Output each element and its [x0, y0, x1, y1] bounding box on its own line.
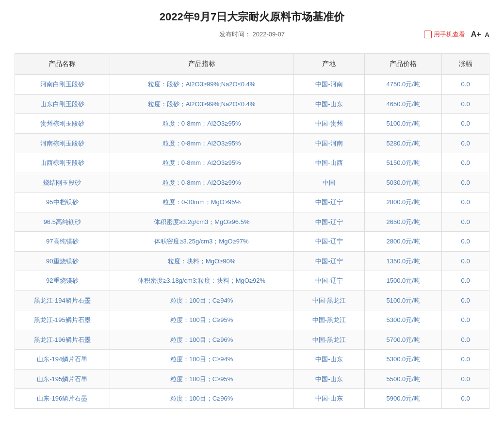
cell-origin: 中国-山西: [293, 153, 365, 173]
cell-spec: 粒度：0-8mm；Al2O3≥95%: [110, 153, 293, 173]
cell-origin: 中国: [293, 173, 365, 193]
cell-origin: 中国-辽宁: [293, 271, 365, 291]
cell-origin: 中国-河南: [293, 133, 365, 153]
font-size-increase-button[interactable]: A+: [471, 30, 481, 39]
cell-origin: 中国-贵州: [293, 114, 365, 134]
cell-name: 92重烧镁砂: [15, 271, 110, 291]
cell-spec: 粒度：段砂；Al2O3≥99%;Na2O≤0.4%: [110, 75, 293, 95]
cell-price: 5100.0元/吨: [365, 290, 442, 310]
cell-price: 5100.0元/吨: [365, 114, 442, 134]
cell-change: 0.0: [442, 389, 489, 409]
table-row: 90重烧镁砂粒度：块料；MgO≥90%中国-辽宁1350.0元/吨0.0: [15, 251, 489, 271]
cell-origin: 中国-辽宁: [293, 193, 365, 212]
cell-spec: 粒度：段砂；Al2O3≥99%;Na2O≤0.4%: [110, 94, 293, 114]
price-table: 产品名称 产品指标 产地 产品价格 涨幅 河南白刚玉段砂粒度：段砂；Al2O3≥…: [15, 53, 489, 409]
cell-name: 河南白刚玉段砂: [15, 75, 110, 95]
cell-spec: 体积密度≥3.18g/cm3;粒度：块料；MgO≥92%: [110, 271, 293, 291]
cell-name: 烧结刚玉段砂: [15, 173, 110, 193]
table-row: 山东-196鳞片石墨粒度：100目；C≥96%中国-山东5900.0元/吨0.0: [15, 389, 489, 409]
cell-name: 97高纯镁砂: [15, 232, 110, 252]
right-actions: 用手机查看 A+ A: [424, 30, 489, 39]
cell-name: 黑龙江-195鳞片石墨: [15, 310, 110, 330]
table-row: 山东-194鳞片石墨粒度：100目；C≥94%中国-山东5300.0元/吨0.0: [15, 350, 489, 370]
cell-price: 2650.0元/吨: [365, 212, 442, 232]
cell-price: 5150.0元/吨: [365, 153, 442, 173]
cell-spec: 粒度：100目；C≥94%: [110, 290, 293, 310]
cell-change: 0.0: [442, 369, 489, 389]
cell-spec: 粒度：块料；MgO≥90%: [110, 251, 293, 271]
table-row: 河南白刚玉段砂粒度：段砂；Al2O3≥99%;Na2O≤0.4%中国-河南475…: [15, 75, 489, 95]
cell-change: 0.0: [442, 350, 489, 370]
cell-name: 黑龙江-196鳞片石墨: [15, 330, 110, 350]
cell-price: 5900.0元/吨: [365, 389, 442, 409]
table-row: 92重烧镁砂体积密度≥3.18g/cm3;粒度：块料；MgO≥92%中国-辽宁1…: [15, 271, 489, 291]
cell-name: 山西棕刚玉段砂: [15, 153, 110, 173]
cell-name: 95中档镁砂: [15, 193, 110, 212]
cell-spec: 体积密度≥3.2g/cm3；MgO≥96.5%: [110, 212, 293, 232]
cell-price: 2800.0元/吨: [365, 193, 442, 212]
cell-spec: 粒度：100目；C≥96%: [110, 389, 293, 409]
mobile-view-button[interactable]: 用手机查看: [424, 30, 465, 39]
cell-spec: 粒度：0-8mm；Al2O3≥99%: [110, 173, 293, 193]
font-size-decrease-button[interactable]: A: [485, 31, 489, 38]
cell-change: 0.0: [442, 153, 489, 173]
cell-origin: 中国-黑龙江: [293, 310, 365, 330]
col-header-origin: 产地: [293, 54, 365, 75]
cell-spec: 粒度：100目；C≥95%: [110, 369, 293, 389]
cell-price: 5500.0元/吨: [365, 369, 442, 389]
col-header-change: 涨幅: [442, 54, 489, 75]
cell-origin: 中国-辽宁: [293, 232, 365, 252]
cell-name: 96.5高纯镁砂: [15, 212, 110, 232]
cell-name: 贵州棕刚玉段砂: [15, 114, 110, 134]
cell-origin: 中国-山东: [293, 350, 365, 370]
cell-name: 河南棕刚玉段砂: [15, 133, 110, 153]
cell-name: 山东-194鳞片石墨: [15, 350, 110, 370]
table-header-row: 产品名称 产品指标 产地 产品价格 涨幅: [15, 54, 489, 75]
publish-time: 发布时间： 2022-09-07: [219, 30, 285, 39]
cell-change: 0.0: [442, 330, 489, 350]
cell-spec: 粒度：0-8mm；Al2O3≥95%: [110, 133, 293, 153]
col-header-spec: 产品指标: [110, 54, 293, 75]
cell-name: 90重烧镁砂: [15, 251, 110, 271]
cell-origin: 中国-河南: [293, 75, 365, 95]
cell-change: 0.0: [442, 251, 489, 271]
cell-change: 0.0: [442, 310, 489, 330]
meta-bar: 发布时间： 2022-09-07 用手机查看 A+ A: [15, 30, 489, 39]
cell-origin: 中国-山东: [293, 369, 365, 389]
cell-spec: 粒度：100目；C≥96%: [110, 330, 293, 350]
cell-origin: 中国-辽宁: [293, 212, 365, 232]
cell-origin: 中国-山东: [293, 389, 365, 409]
cell-change: 0.0: [442, 173, 489, 193]
cell-price: 1500.0元/吨: [365, 271, 442, 291]
cell-price: 5300.0元/吨: [365, 350, 442, 370]
table-row: 黑龙江-194鳞片石墨粒度：100目；C≥94%中国-黑龙江5100.0元/吨0…: [15, 290, 489, 310]
cell-price: 4750.0元/吨: [365, 75, 442, 95]
cell-change: 0.0: [442, 290, 489, 310]
cell-change: 0.0: [442, 212, 489, 232]
table-row: 95中档镁砂粒度：0-30mm；MgO≥95%中国-辽宁2800.0元/吨0.0: [15, 193, 489, 212]
table-row: 山东-195鳞片石墨粒度：100目；C≥95%中国-山东5500.0元/吨0.0: [15, 369, 489, 389]
mobile-icon: [424, 31, 432, 38]
cell-price: 5700.0元/吨: [365, 330, 442, 350]
cell-spec: 粒度：100目；C≥95%: [110, 310, 293, 330]
cell-price: 5300.0元/吨: [365, 310, 442, 330]
cell-origin: 中国-黑龙江: [293, 290, 365, 310]
cell-name: 山东-196鳞片石墨: [15, 389, 110, 409]
table-row: 黑龙江-195鳞片石墨粒度：100目；C≥95%中国-黑龙江5300.0元/吨0…: [15, 310, 489, 330]
cell-change: 0.0: [442, 193, 489, 212]
cell-change: 0.0: [442, 271, 489, 291]
cell-spec: 粒度：100目；C≥94%: [110, 350, 293, 370]
cell-change: 0.0: [442, 114, 489, 134]
cell-origin: 中国-黑龙江: [293, 330, 365, 350]
publish-label: 发布时间：: [219, 31, 251, 38]
cell-change: 0.0: [442, 133, 489, 153]
cell-spec: 粒度：0-30mm；MgO≥95%: [110, 193, 293, 212]
cell-change: 0.0: [442, 75, 489, 95]
table-row: 贵州棕刚玉段砂粒度：0-8mm；Al2O3≥95%中国-贵州5100.0元/吨0…: [15, 114, 489, 134]
publish-date: 2022-09-07: [253, 31, 285, 38]
table-row: 97高纯镁砂体积密度≥3.25g/cm3；MgO≥97%中国-辽宁2800.0元…: [15, 232, 489, 252]
cell-spec: 粒度：0-8mm；Al2O3≥95%: [110, 114, 293, 134]
cell-price: 1350.0元/吨: [365, 251, 442, 271]
cell-origin: 中国-山东: [293, 94, 365, 114]
page-title: 2022年9月7日大宗耐火原料市场基准价: [15, 10, 489, 24]
